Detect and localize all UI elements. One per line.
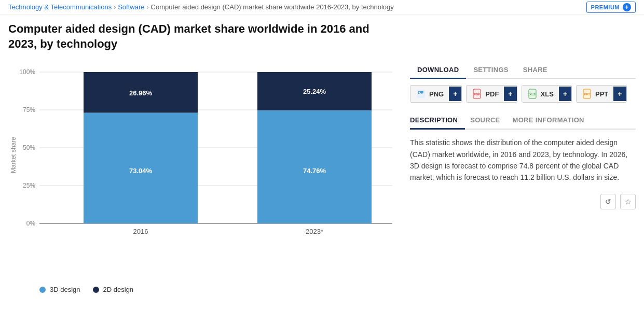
history-button[interactable]: ↺ bbox=[600, 194, 616, 209]
svg-text:PPT: PPT bbox=[584, 93, 590, 96]
ppt-icon: PPT bbox=[582, 89, 592, 99]
svg-text:74.76%: 74.76% bbox=[303, 167, 326, 175]
svg-text:PDF: PDF bbox=[474, 93, 480, 96]
breadcrumb-tech-link[interactable]: Technology & Telecommunications bbox=[8, 3, 112, 11]
main-content: 100% 75% 50% 25% 0% Market share 73.04% … bbox=[0, 56, 644, 302]
download-ppt-main: PPT PPT bbox=[577, 86, 613, 102]
svg-text:25.24%: 25.24% bbox=[303, 88, 326, 95]
breadcrumb-software-link[interactable]: Software bbox=[118, 3, 144, 11]
legend-2d-label: 2D design bbox=[103, 286, 134, 293]
tab-share[interactable]: SHARE bbox=[516, 62, 555, 79]
svg-text:26.96%: 26.96% bbox=[129, 89, 153, 97]
svg-text:100%: 100% bbox=[19, 68, 35, 76]
download-pdf-button[interactable]: PDF PDF + bbox=[466, 85, 517, 103]
breadcrumb: Technology & Telecommunications › Softwa… bbox=[0, 0, 644, 15]
svg-text:50%: 50% bbox=[23, 144, 35, 151]
star-button[interactable]: ☆ bbox=[620, 194, 636, 209]
download-png-main: PNG bbox=[410, 86, 449, 102]
download-xls-main: XLS XLS bbox=[522, 86, 559, 102]
pdf-label: PDF bbox=[485, 90, 499, 98]
breadcrumb-sep2: › bbox=[147, 4, 149, 11]
svg-text:Market share: Market share bbox=[10, 137, 17, 173]
breadcrumb-sep1: › bbox=[114, 4, 116, 11]
legend-3d-label: 3D design bbox=[50, 286, 80, 293]
premium-badge[interactable]: PREMIUM + bbox=[586, 2, 636, 13]
download-buttons: PNG + PDF PDF + bbox=[410, 85, 636, 103]
right-panel: DOWNLOAD SETTINGS SHARE PNG + bbox=[410, 62, 636, 293]
download-ppt-button[interactable]: PPT PPT + bbox=[576, 85, 626, 103]
tab-download[interactable]: DOWNLOAD bbox=[410, 62, 466, 79]
tab-more-info[interactable]: MORE INFORMATION bbox=[513, 112, 592, 130]
chart-svg: 100% 75% 50% 25% 0% Market share 73.04% … bbox=[8, 62, 398, 279]
svg-text:2023*: 2023* bbox=[306, 228, 323, 235]
page-title: Computer aided design (CAD) market share… bbox=[0, 15, 389, 56]
chart-tabs: DOWNLOAD SETTINGS SHARE bbox=[410, 62, 636, 79]
svg-text:XLS: XLS bbox=[529, 93, 536, 96]
download-pdf-main: PDF PDF bbox=[467, 86, 504, 102]
svg-text:75%: 75% bbox=[23, 106, 35, 114]
desc-tabs: DESCRIPTION SOURCE MORE INFORMATION bbox=[410, 112, 636, 130]
premium-label: PREMIUM bbox=[591, 4, 620, 10]
svg-text:0%: 0% bbox=[26, 220, 36, 227]
svg-text:25%: 25% bbox=[23, 182, 35, 189]
xls-icon: XLS bbox=[527, 89, 538, 99]
pdf-icon: PDF bbox=[472, 89, 482, 99]
tab-description[interactable]: DESCRIPTION bbox=[410, 112, 465, 130]
xls-plus[interactable]: + bbox=[559, 87, 571, 101]
breadcrumb-current: Computer aided design (CAD) market share… bbox=[151, 3, 394, 11]
svg-text:73.04%: 73.04% bbox=[129, 167, 153, 175]
download-xls-button[interactable]: XLS XLS + bbox=[522, 85, 572, 103]
legend-2d-dot bbox=[93, 287, 99, 293]
svg-point-24 bbox=[419, 92, 420, 93]
legend-2d: 2D design bbox=[93, 286, 134, 293]
legend-3d-dot bbox=[39, 287, 46, 293]
ppt-label: PPT bbox=[595, 90, 608, 98]
chart-area: 100% 75% 50% 25% 0% Market share 73.04% … bbox=[8, 62, 398, 293]
png-plus[interactable]: + bbox=[449, 87, 461, 101]
xls-label: XLS bbox=[541, 90, 554, 98]
chart-legend: 3D design 2D design bbox=[8, 279, 398, 293]
svg-text:2016: 2016 bbox=[133, 228, 148, 235]
ppt-plus[interactable]: + bbox=[613, 87, 626, 101]
legend-3d: 3D design bbox=[39, 286, 80, 293]
panel-footer: ↺ ☆ bbox=[410, 194, 636, 209]
download-png-button[interactable]: PNG + bbox=[410, 85, 462, 103]
pdf-plus[interactable]: + bbox=[504, 87, 516, 101]
png-label: PNG bbox=[429, 90, 444, 98]
description-text: This statistic shows the distribution of… bbox=[410, 137, 636, 183]
tab-settings[interactable]: SETTINGS bbox=[466, 62, 515, 79]
png-icon bbox=[416, 89, 426, 99]
tab-source[interactable]: SOURCE bbox=[470, 112, 507, 130]
premium-plus: + bbox=[623, 3, 631, 11]
